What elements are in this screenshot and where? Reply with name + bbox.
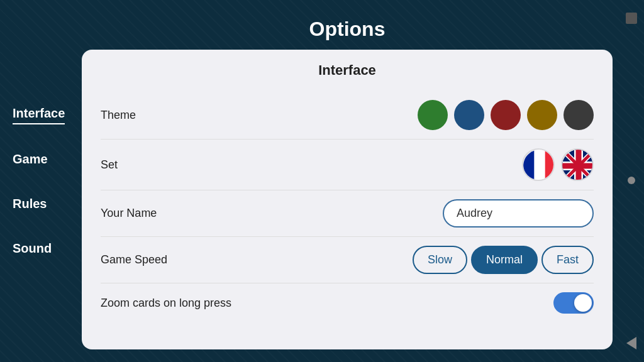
- zoom-toggle[interactable]: [553, 292, 594, 314]
- options-panel: Interface Theme Set: [82, 50, 613, 349]
- theme-blue[interactable]: [454, 100, 484, 130]
- theme-red[interactable]: [491, 100, 521, 130]
- sidebar: Interface Game Rules Sound: [0, 0, 82, 362]
- theme-row: Theme: [101, 91, 594, 140]
- sidebar-item-rules[interactable]: Rules: [13, 194, 47, 214]
- speed-normal-button[interactable]: Normal: [471, 246, 538, 274]
- sidebar-item-sound[interactable]: Sound: [13, 239, 52, 258]
- speed-row: Game Speed Slow Normal Fast: [101, 237, 594, 283]
- sidebar-item-interface[interactable]: Interface: [13, 104, 65, 124]
- main-area: Options Interface Theme Set: [82, 0, 619, 362]
- set-label: Set: [101, 158, 118, 172]
- toggle-track: [553, 292, 594, 314]
- set-row: Set: [101, 140, 594, 190]
- speed-slow-button[interactable]: Slow: [413, 246, 467, 274]
- speed-label: Game Speed: [101, 253, 167, 266]
- flag-uk[interactable]: [561, 148, 594, 181]
- zoom-label: Zoom cards on long press: [101, 297, 231, 310]
- speed-buttons: Slow Normal Fast: [413, 246, 594, 274]
- theme-label: Theme: [101, 109, 136, 122]
- name-row: Your Name: [101, 190, 594, 237]
- sidebar-item-game[interactable]: Game: [13, 150, 48, 169]
- theme-circles: [418, 100, 594, 130]
- scroll-arrow-left[interactable]: [626, 337, 636, 349]
- theme-dark[interactable]: [564, 100, 594, 130]
- toggle-thumb: [574, 294, 592, 312]
- speed-fast-button[interactable]: Fast: [541, 246, 594, 274]
- name-input[interactable]: [443, 199, 594, 228]
- scroll-dot: [628, 177, 635, 184]
- theme-brown[interactable]: [527, 100, 557, 130]
- set-flags: [522, 148, 594, 181]
- right-panel: [619, 0, 644, 362]
- zoom-row: Zoom cards on long press: [101, 283, 594, 322]
- page-title: Options: [82, 6, 613, 50]
- scroll-indicator: [626, 13, 637, 24]
- name-label: Your Name: [101, 207, 157, 220]
- flag-french[interactable]: [522, 148, 555, 181]
- panel-title: Interface: [101, 62, 594, 79]
- theme-green[interactable]: [418, 100, 448, 130]
